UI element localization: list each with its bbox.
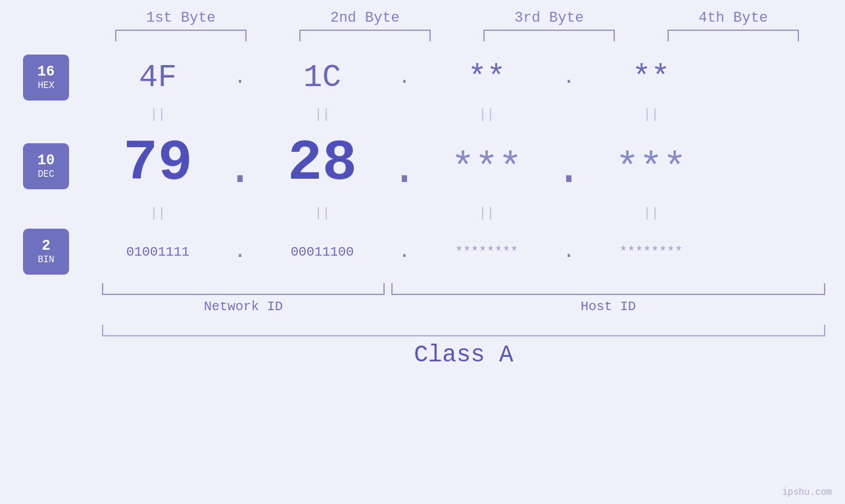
equals-row-2: || || || || [92, 206, 845, 224]
bin-byte4: ******** [585, 244, 717, 260]
dec-badge-number: 10 [37, 153, 55, 169]
bin-byte2: 00011100 [256, 244, 388, 260]
bin-badge-label: BIN [37, 254, 54, 265]
eq2-b3: || [421, 206, 552, 224]
eq1-b4: || [585, 107, 717, 126]
main-container: 1st Byte 2nd Byte 3rd Byte 4th Byte 16 H… [0, 0, 845, 504]
top-bracket-2 [299, 30, 431, 41]
bin-badge: 2 BIN [23, 229, 69, 275]
bin-sep3: . [552, 241, 585, 263]
dec-byte3: *** [421, 146, 552, 196]
hex-badge-number: 16 [37, 64, 55, 80]
dec-byte4: *** [585, 146, 717, 196]
hex-sep2: . [388, 66, 421, 89]
hex-values-row: 4F . 1C . ** . ** [92, 60, 845, 95]
bin-values-row: 01001111 . 00011100 . ******** . *******… [92, 241, 845, 263]
dec-badge-label: DEC [37, 169, 54, 179]
hex-byte3: ** [421, 60, 552, 95]
network-id-label: Network ID [102, 299, 385, 314]
dec-badge-area: 10 DEC [0, 143, 92, 189]
network-bracket [102, 283, 385, 295]
class-label: Class A [102, 342, 825, 369]
host-bracket [391, 283, 825, 295]
hex-byte4: ** [585, 60, 717, 95]
bottom-brackets [102, 283, 825, 295]
byte-label-3: 3rd Byte [470, 10, 628, 26]
eq1-b3: || [421, 107, 552, 126]
top-brackets [102, 30, 845, 41]
hex-sep1: . [224, 66, 256, 89]
dec-byte2: 28 [256, 131, 388, 196]
byte-label-2: 2nd Byte [286, 10, 444, 26]
equals-row-1: || || || || [92, 107, 845, 126]
dec-sep3: . [552, 131, 585, 196]
byte-headers: 1st Byte 2nd Byte 3rd Byte 4th Byte [102, 10, 845, 26]
hex-sep3: . [552, 66, 585, 89]
bin-badge-number: 2 [41, 239, 50, 254]
hex-badge: 16 HEX [23, 55, 69, 101]
hex-badge-area: 16 HEX [0, 55, 92, 101]
eq2-b1: || [92, 206, 224, 224]
bin-sep2: . [388, 241, 421, 263]
eq2-b4: || [585, 206, 717, 224]
hex-row: 16 HEX 4F . 1C . ** . ** [0, 48, 845, 107]
byte-label-1: 1st Byte [102, 10, 260, 26]
host-id-label: Host ID [391, 299, 825, 314]
eq2-b2: || [256, 206, 388, 224]
bin-byte1: 01001111 [92, 244, 224, 260]
dec-byte1: 79 [92, 131, 224, 196]
hex-badge-label: HEX [37, 80, 54, 91]
bin-sep1: . [224, 241, 256, 263]
dec-sep2: . [388, 131, 421, 196]
outer-bracket [102, 325, 825, 336]
dec-sep1: . [224, 131, 256, 196]
bottom-section: Network ID Host ID [102, 283, 825, 314]
segment-labels: Network ID Host ID [102, 299, 825, 314]
eq1-b1: || [92, 107, 224, 126]
bin-badge-area: 2 BIN [0, 229, 92, 275]
eq1-b2: || [256, 107, 388, 126]
watermark: ipshu.com [782, 487, 832, 497]
dec-row: 10 DEC 79 . 28 . *** . *** [0, 127, 845, 206]
hex-byte1: 4F [92, 60, 224, 95]
top-bracket-4 [667, 30, 799, 41]
dec-badge: 10 DEC [23, 143, 69, 189]
top-bracket-3 [483, 30, 615, 41]
hex-byte2: 1C [256, 60, 388, 95]
dec-values-row: 79 . 28 . *** . *** [92, 131, 845, 202]
bin-row: 2 BIN 01001111 . 00011100 . ******** . *… [0, 225, 845, 278]
top-bracket-1 [115, 30, 247, 41]
bin-byte3: ******** [421, 244, 552, 260]
byte-label-4: 4th Byte [654, 10, 812, 26]
